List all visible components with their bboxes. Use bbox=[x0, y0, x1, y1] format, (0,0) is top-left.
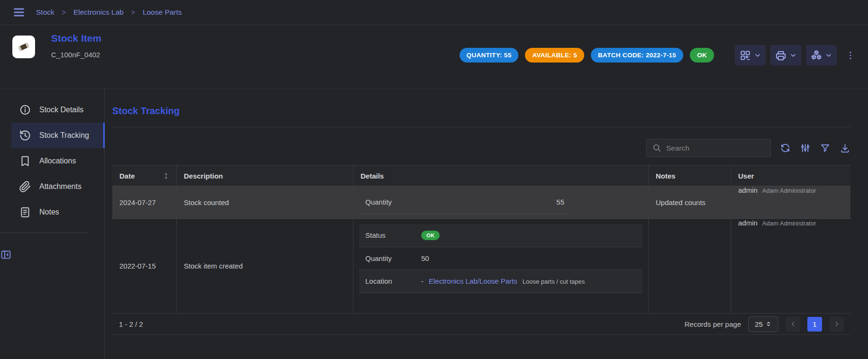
ok-status-badge: OK bbox=[690, 48, 714, 63]
detail-label: Quantity bbox=[365, 254, 421, 262]
sidebar-item-attachments[interactable]: Attachments bbox=[11, 174, 104, 199]
record-range: 1 - 2 / 2 bbox=[119, 320, 143, 328]
batch-code-badge: BATCH CODE: 2022-7-15 bbox=[591, 48, 683, 63]
ok-badge: OK bbox=[421, 231, 440, 240]
breadcrumb-loose-parts[interactable]: Loose Parts bbox=[143, 8, 182, 17]
cell-description: Stock counted bbox=[176, 186, 353, 218]
records-per-page-label: Records per page bbox=[685, 320, 741, 328]
cell-notes: Updated counts bbox=[648, 186, 731, 218]
qrcode-icon bbox=[739, 49, 751, 62]
hamburger-menu-icon[interactable] bbox=[12, 6, 26, 19]
sort-icon bbox=[163, 172, 169, 180]
history-icon bbox=[19, 129, 31, 142]
chevron-down-icon bbox=[789, 52, 797, 59]
detail-value: - Electronics Lab/Loose Parts Loose part… bbox=[421, 277, 585, 285]
breadcrumb-separator: > bbox=[62, 9, 66, 16]
sidebar-item-notes[interactable]: Notes bbox=[11, 199, 104, 225]
search-box bbox=[646, 139, 771, 157]
column-header-date[interactable]: Date bbox=[112, 166, 176, 186]
username: admin bbox=[738, 186, 758, 194]
location-description: Loose parts / cut tapes bbox=[523, 278, 585, 285]
download-button[interactable] bbox=[840, 143, 850, 153]
stock-cubes-icon bbox=[810, 49, 823, 62]
available-badge: AVAILABLE: 5 bbox=[525, 48, 584, 63]
item-header: Stock Item C_100nF_0402 QUANTITY: 55 AVA… bbox=[0, 25, 868, 89]
chevron-right-icon bbox=[833, 320, 841, 328]
sidebar-item-label: Stock Details bbox=[39, 106, 83, 114]
status-badges: QUANTITY: 55 AVAILABLE: 5 BATCH CODE: 20… bbox=[460, 48, 714, 63]
breadcrumb-stock[interactable]: Stock bbox=[36, 8, 54, 17]
sidebar: Stock Details Stock Tracking Allocations… bbox=[0, 89, 105, 359]
chevron-left-icon bbox=[789, 320, 797, 328]
header-actions bbox=[735, 45, 856, 65]
detail-row-status: Status OK bbox=[359, 224, 642, 247]
filter-button[interactable] bbox=[820, 143, 831, 153]
title-block: Stock Item C_100nF_0402 bbox=[51, 33, 101, 59]
breadcrumb-electronics-lab[interactable]: Electronics Lab bbox=[73, 8, 124, 17]
dots-vertical-icon bbox=[845, 50, 856, 61]
section-divider bbox=[112, 127, 850, 127]
column-label: Details bbox=[361, 172, 384, 180]
column-header-user[interactable]: User bbox=[731, 166, 850, 186]
column-label: Description bbox=[184, 172, 223, 180]
page-size-value: 25 bbox=[755, 320, 763, 328]
location-prefix: - bbox=[421, 277, 424, 285]
content-area: Stock Details Stock Tracking Allocations… bbox=[0, 89, 868, 359]
select-stepper-icon bbox=[765, 321, 772, 327]
cell-user: admin Adam Administrator bbox=[731, 186, 850, 218]
page-1-button[interactable]: 1 bbox=[807, 317, 822, 332]
location-link[interactable]: Electronics Lab/Loose Parts bbox=[429, 277, 517, 285]
cell-details: Quantity 55 bbox=[353, 186, 648, 218]
column-header-notes[interactable]: Notes bbox=[648, 166, 731, 186]
sidebar-item-label: Allocations bbox=[39, 157, 76, 165]
quantity-badge: QUANTITY: 55 bbox=[460, 48, 519, 63]
next-page-button[interactable] bbox=[829, 317, 844, 332]
table-row[interactable]: 2024-07-27 Stock counted Quantity 55 Upd… bbox=[112, 186, 850, 219]
column-header-description[interactable]: Description bbox=[176, 166, 353, 186]
cell-details: Status OK Quantity 50 Location - bbox=[353, 219, 648, 313]
bookmark-icon bbox=[19, 155, 31, 167]
detail-value: 55 bbox=[556, 198, 564, 206]
column-label: Date bbox=[119, 172, 135, 180]
search-input[interactable] bbox=[666, 144, 765, 153]
sidebar-item-allocations[interactable]: Allocations bbox=[11, 148, 104, 174]
sidebar-collapse-icon bbox=[0, 249, 12, 260]
search-icon bbox=[652, 143, 662, 153]
table-footer: 1 - 2 / 2 Records per page 25 1 bbox=[112, 314, 850, 335]
table-row[interactable]: 2022-07-15 Stock item created Status OK … bbox=[112, 219, 850, 314]
sidebar-collapse-button[interactable] bbox=[0, 249, 104, 260]
chevron-down-icon bbox=[754, 52, 761, 59]
stock-tracking-table: Date Description Details Notes User 2024… bbox=[112, 165, 850, 335]
table-settings-button[interactable] bbox=[800, 143, 811, 153]
print-actions-button[interactable] bbox=[770, 45, 801, 65]
page-size-select[interactable]: 25 bbox=[748, 316, 778, 332]
cell-date: 2024-07-27 bbox=[112, 186, 176, 218]
column-header-details[interactable]: Details bbox=[353, 166, 648, 186]
refresh-button[interactable] bbox=[780, 143, 791, 153]
detail-row-quantity: Quantity 55 bbox=[359, 190, 570, 214]
cell-user: admin Adam Administrator bbox=[731, 219, 850, 313]
sidebar-item-stock-details[interactable]: Stock Details bbox=[11, 97, 104, 123]
detail-row-location: Location - Electronics Lab/Loose Parts L… bbox=[359, 270, 642, 293]
pagination-controls: Records per page 25 1 bbox=[685, 316, 844, 332]
sidebar-item-label: Stock Tracking bbox=[39, 131, 89, 140]
notes-icon bbox=[19, 206, 31, 218]
part-thumbnail[interactable] bbox=[12, 36, 35, 58]
cell-date: 2022-07-15 bbox=[112, 219, 176, 313]
table-header-row: Date Description Details Notes User bbox=[112, 165, 850, 186]
breadcrumb-separator: > bbox=[131, 9, 135, 16]
paperclip-icon bbox=[19, 180, 31, 193]
stock-item-page: Stock > Electronics Lab > Loose Parts St… bbox=[0, 0, 868, 359]
stock-actions-button[interactable] bbox=[806, 45, 837, 65]
barcode-actions-button[interactable] bbox=[735, 45, 766, 65]
previous-page-button[interactable] bbox=[786, 317, 800, 332]
sidebar-item-stock-tracking[interactable]: Stock Tracking bbox=[11, 123, 104, 148]
breadcrumb: Stock > Electronics Lab > Loose Parts bbox=[36, 8, 182, 17]
detail-label: Quantity bbox=[365, 198, 421, 206]
detail-label: Status bbox=[365, 231, 421, 239]
cell-description: Stock item created bbox=[176, 219, 353, 313]
main-panel: Stock Tracking bbox=[105, 89, 868, 359]
breadcrumb-bar: Stock > Electronics Lab > Loose Parts bbox=[0, 0, 868, 25]
detail-label: Location bbox=[365, 277, 421, 285]
more-options-button[interactable] bbox=[845, 50, 856, 61]
